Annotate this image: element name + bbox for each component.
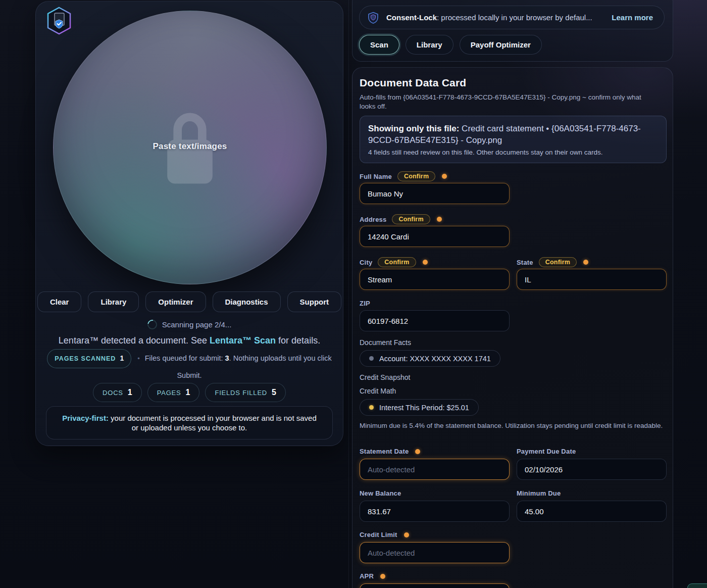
fields-filled-value: 5 — [272, 388, 276, 397]
consent-banner: Consent-Lock: processed locally in your … — [359, 6, 665, 29]
lentara-scan-link[interactable]: Lentara™ Scan — [210, 335, 276, 346]
queue-text: Files queued for submit: — [145, 354, 225, 362]
consent-rest: : processed locally in your browser by d… — [437, 13, 592, 22]
consent-bold: Consent-Lock — [386, 13, 437, 22]
page: { "colors": { "accent_teal": "#7fd0d8", … — [0, 0, 707, 588]
zip-input[interactable] — [360, 310, 510, 331]
fields-filled-label: FIELDS FILLED — [215, 389, 267, 397]
city-warn-dot — [423, 260, 428, 265]
state-label-text: State — [517, 259, 533, 266]
scan-status-text: Scanning page 2/4... — [162, 320, 232, 329]
account-dot-icon — [369, 356, 374, 361]
docs-stat: DOCS 1 — [93, 383, 142, 402]
card-title: Document Data Card — [360, 77, 466, 89]
credit-limit-warn-dot — [404, 532, 409, 537]
address-warn-dot — [437, 217, 442, 222]
support-button[interactable]: Support — [287, 291, 342, 312]
state-confirm-button[interactable]: Confirm — [539, 257, 577, 267]
fields-filled-stat: FIELDS FILLED 5 — [205, 383, 286, 402]
detection-suffix: for details. — [276, 335, 320, 346]
paste-dropzone[interactable]: Paste text/images — [53, 11, 327, 284]
library-button[interactable]: Library — [88, 291, 139, 312]
full-name-input[interactable] — [360, 183, 510, 204]
privacy-notice: Privacy-first: your document is processe… — [46, 406, 333, 439]
zip-label-text: ZIP — [360, 300, 370, 307]
file-banner-bold: Showing only this file: — [368, 124, 459, 133]
pages-scanned-badge: PAGES SCANNED1 — [47, 349, 131, 368]
pages-scanned-value: 1 — [120, 354, 124, 362]
new-balance-label: New Balance — [360, 489, 401, 497]
stats-row: DOCS 1 PAGES 1 FIELDS FILLED 5 — [36, 383, 343, 402]
queue-count: 3 — [225, 354, 229, 362]
full-name-label-text: Full Name — [360, 173, 392, 180]
apr-warn-dot — [380, 574, 385, 579]
statement-date-label: Statement Date — [360, 448, 420, 455]
credit-limit-input[interactable] — [360, 542, 510, 563]
zip-label: ZIP — [360, 300, 370, 307]
address-label-text: Address — [360, 216, 386, 223]
account-chip: Account: XXXX XXXX XXXX 1741 — [360, 350, 500, 367]
pages-value: 1 — [186, 388, 190, 397]
full-name-warn-dot — [442, 174, 447, 179]
city-confirm-button[interactable]: Confirm — [378, 257, 416, 267]
address-input[interactable] — [360, 226, 510, 247]
statement-date-input[interactable] — [360, 459, 510, 480]
tab-payoff-optimizer[interactable]: Payoff Optimizer — [460, 35, 542, 55]
detection-prefix: Lentara™ detected a document. See — [59, 335, 210, 346]
queue-status: PAGES SCANNED1•Files queued for submit: … — [45, 349, 333, 383]
city-input[interactable] — [360, 269, 510, 290]
minimum-due-label: Minimum Due — [517, 489, 561, 497]
corner-floating-button[interactable] — [687, 583, 707, 588]
minimum-due-input[interactable] — [517, 501, 667, 522]
account-chip-text: Account: XXXX XXXX XXXX 1741 — [379, 355, 491, 363]
interest-chip: Interest This Period: $25.01 — [360, 399, 479, 416]
docs-value: 1 — [128, 388, 132, 397]
file-banner-note: 4 fields still need review on this file.… — [368, 149, 658, 156]
consent-text: Consent-Lock: processed locally in your … — [386, 13, 592, 22]
left-toolbar: Clear Library Optimizer Diagnostics Supp… — [36, 291, 343, 312]
new-balance-input[interactable] — [360, 501, 510, 522]
clear-button[interactable]: Clear — [37, 291, 82, 312]
full-name-confirm-button[interactable]: Confirm — [397, 171, 435, 181]
state-label: State Confirm — [517, 257, 588, 267]
apr-input[interactable] — [360, 583, 510, 588]
statement-date-warn-dot — [415, 449, 420, 454]
credit-limit-label: Credit Limit — [360, 531, 409, 538]
privacy-text: your document is processed in your brows… — [109, 414, 317, 432]
dropzone-label: Paste text/images — [54, 141, 326, 152]
diagnostics-button[interactable]: Diagnostics — [213, 291, 281, 312]
payment-due-date-label: Payment Due Date — [517, 448, 576, 455]
payment-due-date-input[interactable] — [517, 459, 667, 480]
apr-label: APR — [360, 572, 385, 580]
city-label-text: City — [360, 259, 372, 266]
new-balance-label-text: New Balance — [360, 489, 401, 497]
file-banner: Showing only this file: Credit card stat… — [360, 116, 667, 163]
learn-more-link[interactable]: Learn more — [612, 13, 653, 22]
panel-divider — [348, 0, 349, 588]
file-banner-main: Showing only this file: Credit card stat… — [368, 123, 658, 146]
card-subtitle: Auto-fills from {06A03541-F778-4673-9CCD… — [360, 93, 659, 111]
tabs: Scan Library Payoff Optimizer — [359, 35, 542, 55]
minimum-due-note: Minimum due is 5.4% of the statement bal… — [360, 421, 665, 430]
address-label: Address Confirm — [360, 214, 442, 224]
state-input[interactable] — [517, 269, 667, 290]
optimizer-button[interactable]: Optimizer — [145, 291, 206, 312]
app-logo-icon — [46, 7, 72, 35]
top-bar: Consent-Lock: processed locally in your … — [352, 0, 673, 62]
pages-stat: PAGES 1 — [147, 383, 200, 402]
interest-dot-icon — [369, 405, 374, 410]
pages-scanned-label: PAGES SCANNED — [55, 355, 116, 362]
spinner-icon — [145, 318, 159, 331]
credit-snapshot-heading: Credit Snapshot — [360, 373, 410, 381]
bullet-separator: • — [137, 355, 140, 362]
tab-scan[interactable]: Scan — [359, 35, 399, 55]
payment-due-date-label-text: Payment Due Date — [517, 448, 576, 455]
tab-library[interactable]: Library — [406, 35, 453, 55]
shield-icon — [368, 12, 379, 24]
city-label: City Confirm — [360, 257, 428, 267]
docs-label: DOCS — [103, 389, 123, 397]
minimum-due-label-text: Minimum Due — [517, 489, 561, 497]
scan-status-row: Scanning page 2/4... — [36, 320, 343, 329]
address-confirm-button[interactable]: Confirm — [392, 214, 430, 224]
full-name-label: Full Name Confirm — [360, 171, 447, 181]
